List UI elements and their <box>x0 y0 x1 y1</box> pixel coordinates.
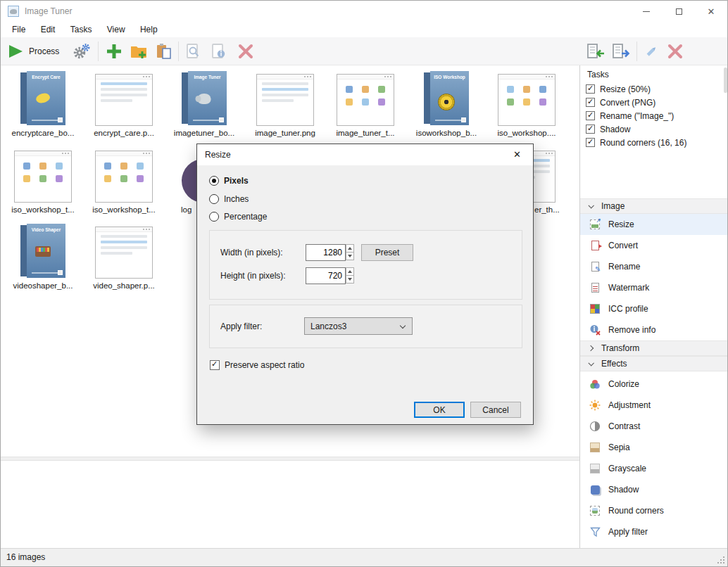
add-images-icon <box>106 44 122 59</box>
paste-button[interactable] <box>151 40 177 63</box>
thumbnail-item[interactable]: image_tuner_t... <box>326 74 405 138</box>
chevron-right-icon <box>588 345 594 351</box>
screenshot-art <box>95 227 153 279</box>
shadow-icon <box>589 484 601 495</box>
task-checkbox-rename[interactable]: Rename ("Image_") <box>586 109 674 122</box>
sidebar-item-watermark[interactable]: Watermark <box>580 277 728 298</box>
sidebar-item-rename[interactable]: ✎ Rename <box>580 256 728 277</box>
checkbox-checked-icon <box>586 125 595 134</box>
status-bar: 16 images <box>1 548 727 566</box>
boxshot-art: Video Shaper <box>20 224 65 279</box>
icc-profile-icon <box>589 303 601 314</box>
paste-icon <box>156 43 172 60</box>
process-button[interactable]: Process <box>8 40 77 63</box>
sidebar-item-shadow[interactable]: Shadow <box>580 479 728 500</box>
task-checkbox-resize[interactable]: Resize (50%) <box>586 82 651 96</box>
sidebar-item-grayscale[interactable]: Grayscale <box>580 458 728 479</box>
arrow-down-icon <box>348 278 352 281</box>
tasks-scrollbar[interactable] <box>724 68 727 93</box>
image-info-button[interactable] <box>206 40 232 63</box>
dialog-title: Resize <box>205 144 231 165</box>
edit-task-button[interactable] <box>640 40 663 63</box>
width-input[interactable] <box>306 244 346 261</box>
thumbnail-item[interactable]: iso_workshop.... <box>487 74 566 138</box>
settings-gears-icon <box>73 43 91 60</box>
arrow-up-icon <box>348 247 352 250</box>
sidebar-item-convert[interactable]: Convert <box>580 235 728 256</box>
screenshot-art <box>337 74 394 126</box>
process-play-icon <box>8 44 23 58</box>
close-icon: ✕ <box>513 149 521 160</box>
boxshot-art: Encrypt Care <box>20 71 65 126</box>
sidebar-item-round-corners[interactable]: Round corners <box>580 500 728 521</box>
task-checkbox-shadow[interactable]: Shadow <box>586 122 630 136</box>
section-header-transform[interactable]: Transform <box>580 340 728 356</box>
sidebar-item-icc-profile[interactable]: ICC profile <box>580 298 728 319</box>
close-button[interactable]: ✕ <box>695 1 727 22</box>
remove-info-icon <box>589 324 601 336</box>
task-checkbox-convert[interactable]: Convert (PNG) <box>586 96 655 109</box>
thumbnail-item[interactable]: video_shaper.p... <box>84 227 163 291</box>
thumbnail-item[interactable]: ISO Workshop isoworkshop_b... <box>407 71 486 138</box>
resize-grip[interactable] <box>717 556 726 565</box>
sepia-icon <box>589 442 601 453</box>
filter-dropdown[interactable]: Lanczos3 <box>304 317 413 335</box>
spinner-down-button[interactable] <box>346 275 354 284</box>
preset-button[interactable]: Preset <box>361 244 413 261</box>
sidebar-item-contrast[interactable]: Contrast <box>580 416 728 437</box>
preserve-aspect-checkbox[interactable]: Preserve aspect ratio <box>210 359 304 371</box>
menu-view[interactable]: View <box>101 22 132 37</box>
thumbnail-item[interactable]: Encrypt Care encryptcare_bo... <box>4 71 82 138</box>
thumbnail-item[interactable]: encrypt_care.p... <box>84 74 163 138</box>
thumbnail-item[interactable]: Video Shaper videoshaper_b... <box>4 224 82 291</box>
radio-percentage[interactable]: Percentage <box>209 211 267 222</box>
ok-button[interactable]: OK <box>414 402 465 418</box>
menu-tasks[interactable]: Tasks <box>64 22 99 37</box>
task-checkbox-round-corners[interactable]: Round corners (16, 16) <box>586 136 686 149</box>
thumbnail-label: image_tuner_t... <box>336 128 394 138</box>
thumbnail-item[interactable]: iso_workshop_t... <box>4 151 82 215</box>
menu-file[interactable]: File <box>6 22 32 37</box>
resize-image-icon: ↗ <box>589 219 601 230</box>
menu-edit[interactable]: Edit <box>34 22 62 37</box>
export-task-button[interactable] <box>610 40 632 63</box>
minimize-button[interactable] <box>630 1 663 22</box>
sidebar-item-sepia[interactable]: Sepia <box>580 437 728 458</box>
height-input[interactable] <box>306 267 346 284</box>
sidebar-item-apply-filter[interactable]: Apply filter <box>580 521 728 542</box>
settings-button[interactable] <box>70 40 94 63</box>
export-task-icon <box>612 43 630 60</box>
thumbnail-label: iso_workshop_t... <box>11 205 75 215</box>
thumbnail-item[interactable]: image_tuner.png <box>246 74 325 138</box>
chevron-down-icon <box>400 323 406 329</box>
add-folder-button[interactable] <box>126 40 151 63</box>
preview-button[interactable] <box>181 40 206 63</box>
thumbnail-item[interactable]: iso_workshop_t... <box>84 151 163 215</box>
arrow-up-icon <box>348 270 352 273</box>
toolbar-separator <box>178 42 179 61</box>
sidebar-item-adjustment[interactable]: Adjustment <box>580 395 728 416</box>
section-header-image[interactable]: Image <box>580 198 728 214</box>
thumbnail-label: iso_workshop.... <box>497 128 556 138</box>
import-task-button[interactable] <box>584 40 607 63</box>
radio-pixels[interactable]: Pixels <box>209 175 249 186</box>
dialog-close-button[interactable]: ✕ <box>501 144 533 165</box>
sidebar-item-resize[interactable]: ↗ Resize <box>580 214 728 235</box>
section-header-effects[interactable]: Effects <box>580 356 728 371</box>
image-info-icon <box>211 43 227 60</box>
cancel-button[interactable]: Cancel <box>470 402 521 418</box>
horizontal-splitter[interactable] <box>1 457 579 461</box>
sidebar-item-colorize[interactable]: Colorize <box>580 374 728 395</box>
radio-inches[interactable]: Inches <box>209 193 249 205</box>
delete-task-button[interactable] <box>664 40 686 63</box>
remove-image-button[interactable] <box>233 40 258 63</box>
menu-help[interactable]: Help <box>134 22 164 37</box>
thumbnail-item[interactable]: Image Tuner imagetuner_bo... <box>165 71 244 138</box>
spinner-down-button[interactable] <box>346 252 354 260</box>
status-image-count: 16 images <box>6 549 45 566</box>
title-bar: Image Tuner ✕ <box>1 1 727 22</box>
sidebar-item-remove-info[interactable]: Remove info <box>580 319 728 340</box>
maximize-button[interactable] <box>663 1 695 22</box>
add-folder-icon <box>130 44 148 59</box>
add-images-button[interactable] <box>102 40 126 63</box>
